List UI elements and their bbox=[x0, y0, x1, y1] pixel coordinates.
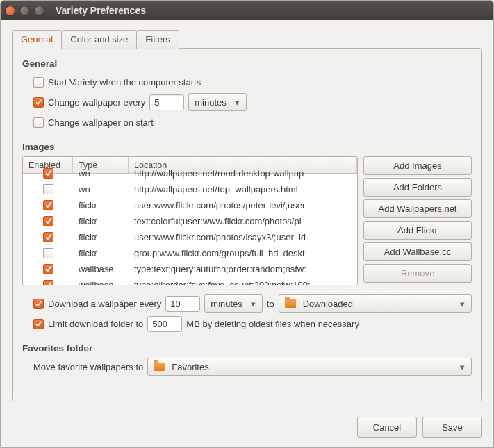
row-enabled-checkbox[interactable] bbox=[43, 264, 53, 274]
minimize-icon[interactable] bbox=[19, 6, 30, 16]
combo-change-unit[interactable]: minutes ▾ bbox=[188, 93, 247, 111]
tab-filters[interactable]: Filters bbox=[136, 30, 179, 49]
row-location: type:text;query:autumn;order:random;nsfw… bbox=[129, 264, 357, 274]
dialog-footer: Cancel Save bbox=[1, 410, 493, 447]
checkbox-start-on-boot[interactable] bbox=[33, 77, 44, 88]
images-area: Enabled Type Location wnhttp://wallpaper… bbox=[22, 156, 472, 285]
remove-button[interactable]: Remove bbox=[363, 264, 472, 283]
add-folders-button[interactable]: Add Folders bbox=[363, 178, 472, 197]
tab-bar: General Color and size Filters bbox=[12, 30, 482, 49]
table-row[interactable]: flickrtext:colorful;user:www.flickr.com/… bbox=[23, 213, 357, 229]
add-images-button[interactable]: Add Images bbox=[363, 156, 472, 175]
row-type: wn bbox=[73, 168, 129, 179]
tab-panel-general: General Start Variety when the computer … bbox=[12, 48, 482, 401]
table-row[interactable]: wnhttp://wallpapers.net/rood-desktop-wal… bbox=[23, 165, 357, 181]
titlebar: Variety Preferences bbox=[1, 1, 493, 20]
add-wallpapers-net-button[interactable]: Add Wallpapers.net bbox=[363, 199, 472, 218]
chevron-down-icon: ▾ bbox=[456, 358, 468, 375]
table-row[interactable]: flickruser:www.flickr.com/photos/peter-l… bbox=[23, 197, 357, 213]
row-type: flickr bbox=[73, 200, 129, 210]
table-row[interactable]: wallbasetype:all;order:favs;favs_count:3… bbox=[23, 277, 357, 285]
row-enabled-checkbox[interactable] bbox=[43, 232, 53, 242]
chevron-down-icon: ▾ bbox=[247, 295, 259, 312]
combo-download-unit-label: minutes bbox=[211, 299, 242, 309]
combo-favorites-folder[interactable]: Favorites ▾ bbox=[147, 358, 472, 376]
label-change-every: Change wallpaper every bbox=[48, 97, 145, 108]
row-location: text:colorful;user:www.flickr.com/photos… bbox=[129, 216, 357, 226]
checkbox-download-every[interactable] bbox=[33, 299, 44, 309]
combo-favorites-folder-label: Favorites bbox=[172, 362, 452, 372]
row-location: group:www.flickr.com/groups/full_hd_desk… bbox=[129, 248, 357, 258]
label-limit-suffix: MB by deleting oldest files when necessa… bbox=[186, 319, 359, 329]
row-type: flickr bbox=[73, 232, 129, 242]
label-start-on-boot: Start Variety when the computer starts bbox=[48, 77, 201, 88]
checkbox-change-every[interactable] bbox=[33, 97, 44, 108]
label-change-on-start: Change wallpaper on start bbox=[48, 117, 154, 128]
checkbox-change-on-start[interactable] bbox=[33, 117, 44, 128]
tab-color-and-size[interactable]: Color and size bbox=[61, 30, 137, 49]
row-enabled-checkbox[interactable] bbox=[43, 216, 53, 226]
table-row[interactable]: flickruser:www.flickr.com/photos/isayx3/… bbox=[23, 229, 357, 245]
row-enabled-checkbox[interactable] bbox=[43, 248, 53, 258]
tab-general[interactable]: General bbox=[12, 30, 62, 49]
section-images-heading: Images bbox=[22, 142, 472, 152]
section-favorites-heading: Favorites folder bbox=[22, 343, 472, 354]
maximize-icon[interactable] bbox=[34, 6, 44, 16]
save-button[interactable]: Save bbox=[422, 417, 482, 438]
row-enabled-checkbox[interactable] bbox=[43, 280, 53, 285]
close-icon[interactable] bbox=[5, 6, 15, 16]
input-change-interval[interactable] bbox=[149, 94, 184, 110]
preferences-window: Variety Preferences General Color and si… bbox=[0, 0, 494, 448]
row-type: wallbase bbox=[73, 264, 129, 274]
row-type: wallbase bbox=[73, 280, 129, 285]
table-row[interactable]: wnhttp://wallpapers.net/top_wallpapers.h… bbox=[23, 181, 357, 197]
row-location: http://wallpapers.net/top_wallpapers.htm… bbox=[129, 184, 357, 194]
row-location: http://wallpapers.net/rood-desktop-wallp… bbox=[129, 168, 357, 179]
folder-icon bbox=[154, 363, 165, 371]
label-to: to bbox=[267, 299, 274, 309]
combo-download-folder[interactable]: Downloaded ▾ bbox=[279, 294, 472, 313]
label-limit-folder: Limit download folder to bbox=[48, 319, 143, 329]
add-flickr-button[interactable]: Add Flickr bbox=[363, 221, 472, 240]
checkbox-limit-folder[interactable] bbox=[33, 319, 44, 329]
label-favorites-move: Move favorite wallpapers to bbox=[33, 362, 143, 372]
row-type: flickr bbox=[73, 248, 129, 258]
row-type: flickr bbox=[73, 216, 129, 226]
label-download-every: Download a wallpaper every bbox=[48, 299, 161, 309]
table-row[interactable]: wallbasetype:text;query:autumn;order:ran… bbox=[23, 261, 357, 277]
folder-icon bbox=[285, 299, 296, 308]
content: General Color and size Filters General S… bbox=[1, 20, 493, 410]
row-location: type:all;order:favs;favs_count:300;nsfw:… bbox=[129, 280, 357, 285]
table-row[interactable]: flickrgroup:www.flickr.com/groups/full_h… bbox=[23, 245, 357, 261]
sources-button-column: Add Images Add Folders Add Wallpapers.ne… bbox=[363, 156, 472, 285]
row-enabled-checkbox[interactable] bbox=[43, 168, 53, 179]
row-location: user:www.flickr.com/photos/isayx3/;user_… bbox=[129, 232, 357, 242]
row-enabled-checkbox[interactable] bbox=[43, 184, 53, 194]
chevron-down-icon: ▾ bbox=[231, 94, 243, 110]
combo-change-unit-label: minutes bbox=[195, 97, 227, 108]
chevron-down-icon: ▾ bbox=[456, 295, 468, 312]
input-download-interval[interactable] bbox=[165, 296, 200, 312]
combo-download-unit[interactable]: minutes ▾ bbox=[204, 294, 263, 313]
row-location: user:www.flickr.com/photos/peter-levi/;u… bbox=[129, 200, 357, 210]
cancel-button[interactable]: Cancel bbox=[357, 417, 417, 438]
input-limit-mb[interactable] bbox=[147, 316, 182, 332]
add-wallbase-button[interactable]: Add Wallbase.cc bbox=[363, 242, 472, 261]
section-general-heading: General bbox=[22, 58, 472, 69]
row-enabled-checkbox[interactable] bbox=[43, 200, 53, 210]
table-body: wnhttp://wallpapers.net/rood-desktop-wal… bbox=[23, 165, 357, 285]
combo-download-folder-label: Downloaded bbox=[303, 299, 452, 309]
sources-table[interactable]: Enabled Type Location wnhttp://wallpaper… bbox=[22, 156, 358, 285]
window-title: Variety Preferences bbox=[56, 5, 146, 16]
row-type: wn bbox=[73, 184, 129, 194]
